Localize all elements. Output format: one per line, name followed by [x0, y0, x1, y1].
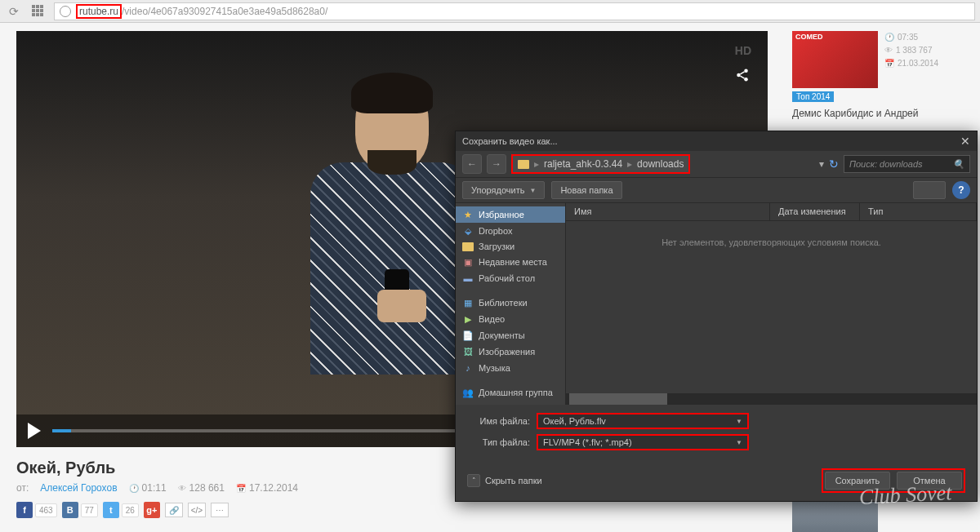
dialog-toolbar: Упорядочить▼ Новая папка ?: [456, 177, 977, 203]
view-button[interactable]: [913, 181, 946, 199]
column-headers: Имя Дата изменения Тип: [566, 203, 977, 221]
tree-music[interactable]: ♪Музыка: [456, 360, 565, 376]
share-icon[interactable]: [735, 68, 750, 86]
video-views: 128 661: [189, 482, 225, 494]
calendar-icon: 📅: [236, 484, 246, 493]
eye-icon: 👁: [884, 44, 893, 57]
tree-dropbox[interactable]: ⬙Dropbox: [456, 223, 565, 239]
tree-documents[interactable]: 📄Документы: [456, 327, 565, 344]
col-name[interactable]: Имя: [566, 203, 770, 220]
apps-button[interactable]: [29, 2, 47, 20]
cancel-button[interactable]: Отмена: [897, 472, 962, 490]
share-row: f463 B77 t26 g+ 🔗 </> ⋯: [16, 502, 768, 518]
nav-back-button[interactable]: ←: [462, 154, 482, 174]
dialog-nav: ← → ▸ raljeta_ahk-0.3.44 ▸ downloads ▾ ↻…: [456, 151, 977, 177]
search-input[interactable]: Поиск: downloads 🔍: [844, 155, 970, 173]
tree-video[interactable]: ▶Видео: [456, 311, 565, 327]
dialog-fields: Имя файла: Окей, Рубль.flv▼ Тип файла: F…: [456, 405, 977, 463]
share-gplus[interactable]: g+: [144, 502, 160, 518]
author-prefix: от:: [16, 482, 29, 494]
video-date: 17.12.2014: [249, 482, 298, 494]
url-domain: rutube.ru: [76, 4, 122, 19]
svg-point-1: [737, 73, 741, 78]
new-folder-button[interactable]: Новая папка: [551, 181, 621, 199]
help-button[interactable]: ?: [952, 181, 970, 199]
video-duration: 01:11: [142, 482, 167, 494]
share-link-button[interactable]: 🔗: [165, 503, 183, 517]
share-facebook[interactable]: f463: [16, 502, 57, 518]
save-dialog: Сохранить видео как... ✕ ← → ▸ raljeta_a…: [455, 131, 978, 502]
author-link[interactable]: Алексей Горохов: [40, 482, 117, 494]
url-path: /video/4e067a930927415a0e3ae49a5d8628a0/: [122, 6, 327, 17]
dropdown-icon[interactable]: ▾: [819, 158, 824, 170]
nav-forward-button[interactable]: →: [487, 154, 506, 174]
col-date[interactable]: Дата изменения: [770, 203, 860, 220]
hd-badge: HD: [735, 44, 751, 57]
horizontal-scrollbar[interactable]: [566, 393, 977, 405]
file-list-area: Имя Дата изменения Тип Нет элементов, уд…: [566, 203, 977, 405]
browser-toolbar: ⟳ rutube.ru/video/4e067a930927415a0e3ae4…: [0, 0, 980, 23]
organize-button[interactable]: Упорядочить▼: [462, 181, 545, 199]
calendar-icon: 📅: [884, 57, 894, 70]
dialog-titlebar: Сохранить видео как... ✕: [456, 131, 977, 151]
related-title: Демис Карибидис и Андрей: [792, 103, 964, 119]
tree-images[interactable]: 🖼Изображения: [456, 344, 565, 360]
tree-libraries[interactable]: ▦Библиотеки: [456, 295, 565, 311]
reload-button[interactable]: ⟳: [5, 2, 23, 20]
chevron-up-icon: ˄: [467, 474, 480, 487]
play-button[interactable]: [28, 423, 41, 439]
eye-icon: 👁: [178, 484, 186, 493]
dialog-actions: ˄ Скрыть папки Сохранить Отмена: [456, 463, 977, 501]
breadcrumb[interactable]: ▸ raljeta_ahk-0.3.44 ▸ downloads: [511, 154, 690, 174]
share-vk[interactable]: B77: [62, 502, 98, 518]
col-type[interactable]: Тип: [860, 203, 977, 220]
related-thumb: COMED: [792, 31, 878, 88]
address-bar[interactable]: rutube.ru/video/4e067a930927415a0e3ae49a…: [54, 2, 975, 20]
search-icon: 🔍: [953, 159, 964, 170]
filetype-label: Тип файла:: [467, 437, 537, 447]
tree-homegroup[interactable]: 👥Домашняя группа: [456, 384, 565, 401]
folder-tree: ★Избранное ⬙Dropbox Загрузки ▣Недавние м…: [456, 203, 566, 405]
empty-message: Нет элементов, удовлетворяющих условиям …: [566, 221, 977, 264]
tree-desktop[interactable]: ▬Рабочий стол: [456, 270, 565, 286]
related-video-card[interactable]: COMED 🕐07:35 👁1 383 767 📅21.03.2014 Топ …: [792, 31, 964, 119]
clock-icon: 🕐: [884, 31, 894, 44]
svg-point-0: [744, 69, 748, 73]
share-twitter[interactable]: t26: [103, 502, 139, 518]
filetype-select[interactable]: FLV/MP4 (*.flv; *.mp4)▼: [537, 434, 749, 450]
tree-downloads[interactable]: Загрузки: [456, 239, 565, 254]
dialog-title: Сохранить видео как...: [462, 136, 558, 146]
tree-favorites[interactable]: ★Избранное: [456, 206, 565, 223]
folder-icon: [518, 160, 529, 169]
filename-label: Имя файла:: [467, 416, 537, 426]
filename-input[interactable]: Окей, Рубль.flv▼: [537, 413, 749, 429]
globe-icon: [60, 6, 71, 17]
share-embed-button[interactable]: </>: [188, 503, 206, 517]
svg-point-2: [744, 78, 748, 82]
top-badge: Топ 2014: [792, 91, 834, 102]
hide-folders-toggle[interactable]: ˄ Скрыть папки: [467, 474, 542, 487]
close-button[interactable]: ✕: [960, 135, 970, 148]
share-more-button[interactable]: ⋯: [211, 503, 229, 517]
refresh-icon[interactable]: ↻: [829, 157, 839, 171]
save-button[interactable]: Сохранить: [825, 472, 890, 490]
tree-recent[interactable]: ▣Недавние места: [456, 254, 565, 270]
clock-icon: 🕐: [129, 484, 139, 493]
